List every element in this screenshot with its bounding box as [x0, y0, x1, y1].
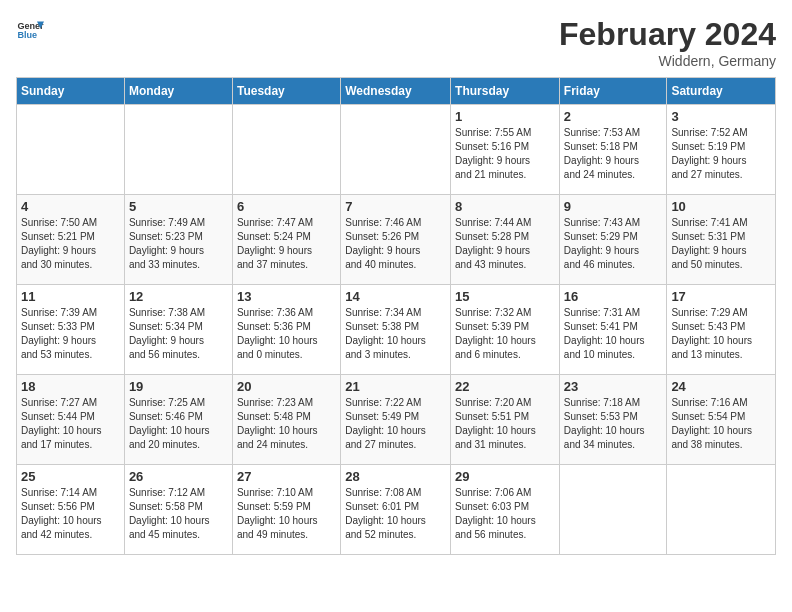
day-number: 17 [671, 289, 771, 304]
day-number: 25 [21, 469, 120, 484]
cell-info: Sunrise: 7:52 AM Sunset: 5:19 PM Dayligh… [671, 126, 771, 182]
calendar-cell: 2Sunrise: 7:53 AM Sunset: 5:18 PM Daylig… [559, 105, 667, 195]
day-header-sunday: Sunday [17, 78, 125, 105]
day-number: 11 [21, 289, 120, 304]
day-number: 28 [345, 469, 446, 484]
day-header-thursday: Thursday [451, 78, 560, 105]
cell-info: Sunrise: 7:39 AM Sunset: 5:33 PM Dayligh… [21, 306, 120, 362]
calendar-cell: 9Sunrise: 7:43 AM Sunset: 5:29 PM Daylig… [559, 195, 667, 285]
cell-info: Sunrise: 7:55 AM Sunset: 5:16 PM Dayligh… [455, 126, 555, 182]
svg-text:Blue: Blue [17, 30, 37, 40]
calendar-cell: 17Sunrise: 7:29 AM Sunset: 5:43 PM Dayli… [667, 285, 776, 375]
calendar-cell: 26Sunrise: 7:12 AM Sunset: 5:58 PM Dayli… [124, 465, 232, 555]
day-number: 13 [237, 289, 336, 304]
cell-info: Sunrise: 7:16 AM Sunset: 5:54 PM Dayligh… [671, 396, 771, 452]
calendar-cell [124, 105, 232, 195]
calendar-cell: 25Sunrise: 7:14 AM Sunset: 5:56 PM Dayli… [17, 465, 125, 555]
title-area: February 2024 Widdern, Germany [559, 16, 776, 69]
calendar-cell: 4Sunrise: 7:50 AM Sunset: 5:21 PM Daylig… [17, 195, 125, 285]
day-number: 24 [671, 379, 771, 394]
calendar-cell [232, 105, 340, 195]
day-number: 8 [455, 199, 555, 214]
cell-info: Sunrise: 7:27 AM Sunset: 5:44 PM Dayligh… [21, 396, 120, 452]
cell-info: Sunrise: 7:47 AM Sunset: 5:24 PM Dayligh… [237, 216, 336, 272]
day-header-wednesday: Wednesday [341, 78, 451, 105]
cell-info: Sunrise: 7:22 AM Sunset: 5:49 PM Dayligh… [345, 396, 446, 452]
calendar-cell: 29Sunrise: 7:06 AM Sunset: 6:03 PM Dayli… [451, 465, 560, 555]
day-number: 16 [564, 289, 663, 304]
cell-info: Sunrise: 7:36 AM Sunset: 5:36 PM Dayligh… [237, 306, 336, 362]
calendar-week-row: 11Sunrise: 7:39 AM Sunset: 5:33 PM Dayli… [17, 285, 776, 375]
calendar-cell: 21Sunrise: 7:22 AM Sunset: 5:49 PM Dayli… [341, 375, 451, 465]
cell-info: Sunrise: 7:29 AM Sunset: 5:43 PM Dayligh… [671, 306, 771, 362]
calendar-cell: 22Sunrise: 7:20 AM Sunset: 5:51 PM Dayli… [451, 375, 560, 465]
cell-info: Sunrise: 7:41 AM Sunset: 5:31 PM Dayligh… [671, 216, 771, 272]
cell-info: Sunrise: 7:38 AM Sunset: 5:34 PM Dayligh… [129, 306, 228, 362]
day-number: 29 [455, 469, 555, 484]
cell-info: Sunrise: 7:49 AM Sunset: 5:23 PM Dayligh… [129, 216, 228, 272]
calendar-cell: 19Sunrise: 7:25 AM Sunset: 5:46 PM Dayli… [124, 375, 232, 465]
month-year-title: February 2024 [559, 16, 776, 53]
calendar-cell: 18Sunrise: 7:27 AM Sunset: 5:44 PM Dayli… [17, 375, 125, 465]
calendar-cell: 24Sunrise: 7:16 AM Sunset: 5:54 PM Dayli… [667, 375, 776, 465]
calendar-cell: 7Sunrise: 7:46 AM Sunset: 5:26 PM Daylig… [341, 195, 451, 285]
day-number: 21 [345, 379, 446, 394]
page-header: General Blue February 2024 Widdern, Germ… [16, 16, 776, 69]
cell-info: Sunrise: 7:25 AM Sunset: 5:46 PM Dayligh… [129, 396, 228, 452]
day-header-tuesday: Tuesday [232, 78, 340, 105]
day-number: 4 [21, 199, 120, 214]
calendar-cell [17, 105, 125, 195]
cell-info: Sunrise: 7:32 AM Sunset: 5:39 PM Dayligh… [455, 306, 555, 362]
day-number: 6 [237, 199, 336, 214]
day-header-saturday: Saturday [667, 78, 776, 105]
cell-info: Sunrise: 7:53 AM Sunset: 5:18 PM Dayligh… [564, 126, 663, 182]
day-number: 10 [671, 199, 771, 214]
day-number: 9 [564, 199, 663, 214]
calendar-cell: 13Sunrise: 7:36 AM Sunset: 5:36 PM Dayli… [232, 285, 340, 375]
cell-info: Sunrise: 7:18 AM Sunset: 5:53 PM Dayligh… [564, 396, 663, 452]
calendar-cell: 8Sunrise: 7:44 AM Sunset: 5:28 PM Daylig… [451, 195, 560, 285]
calendar-week-row: 18Sunrise: 7:27 AM Sunset: 5:44 PM Dayli… [17, 375, 776, 465]
cell-info: Sunrise: 7:12 AM Sunset: 5:58 PM Dayligh… [129, 486, 228, 542]
calendar-cell [667, 465, 776, 555]
cell-info: Sunrise: 7:46 AM Sunset: 5:26 PM Dayligh… [345, 216, 446, 272]
calendar-cell: 16Sunrise: 7:31 AM Sunset: 5:41 PM Dayli… [559, 285, 667, 375]
day-number: 7 [345, 199, 446, 214]
calendar-cell [341, 105, 451, 195]
logo-icon: General Blue [16, 16, 44, 44]
day-number: 1 [455, 109, 555, 124]
logo: General Blue [16, 16, 44, 44]
day-number: 26 [129, 469, 228, 484]
cell-info: Sunrise: 7:43 AM Sunset: 5:29 PM Dayligh… [564, 216, 663, 272]
location-subtitle: Widdern, Germany [559, 53, 776, 69]
cell-info: Sunrise: 7:50 AM Sunset: 5:21 PM Dayligh… [21, 216, 120, 272]
calendar-cell: 12Sunrise: 7:38 AM Sunset: 5:34 PM Dayli… [124, 285, 232, 375]
cell-info: Sunrise: 7:06 AM Sunset: 6:03 PM Dayligh… [455, 486, 555, 542]
calendar-table: SundayMondayTuesdayWednesdayThursdayFrid… [16, 77, 776, 555]
cell-info: Sunrise: 7:10 AM Sunset: 5:59 PM Dayligh… [237, 486, 336, 542]
calendar-cell: 6Sunrise: 7:47 AM Sunset: 5:24 PM Daylig… [232, 195, 340, 285]
cell-info: Sunrise: 7:31 AM Sunset: 5:41 PM Dayligh… [564, 306, 663, 362]
day-number: 27 [237, 469, 336, 484]
day-number: 2 [564, 109, 663, 124]
day-number: 12 [129, 289, 228, 304]
day-number: 3 [671, 109, 771, 124]
calendar-week-row: 1Sunrise: 7:55 AM Sunset: 5:16 PM Daylig… [17, 105, 776, 195]
day-number: 20 [237, 379, 336, 394]
calendar-cell: 10Sunrise: 7:41 AM Sunset: 5:31 PM Dayli… [667, 195, 776, 285]
day-number: 18 [21, 379, 120, 394]
calendar-cell: 11Sunrise: 7:39 AM Sunset: 5:33 PM Dayli… [17, 285, 125, 375]
day-number: 19 [129, 379, 228, 394]
calendar-cell: 5Sunrise: 7:49 AM Sunset: 5:23 PM Daylig… [124, 195, 232, 285]
calendar-cell: 27Sunrise: 7:10 AM Sunset: 5:59 PM Dayli… [232, 465, 340, 555]
cell-info: Sunrise: 7:14 AM Sunset: 5:56 PM Dayligh… [21, 486, 120, 542]
calendar-cell: 15Sunrise: 7:32 AM Sunset: 5:39 PM Dayli… [451, 285, 560, 375]
calendar-cell: 20Sunrise: 7:23 AM Sunset: 5:48 PM Dayli… [232, 375, 340, 465]
calendar-cell [559, 465, 667, 555]
cell-info: Sunrise: 7:20 AM Sunset: 5:51 PM Dayligh… [455, 396, 555, 452]
calendar-cell: 14Sunrise: 7:34 AM Sunset: 5:38 PM Dayli… [341, 285, 451, 375]
day-header-monday: Monday [124, 78, 232, 105]
calendar-cell: 23Sunrise: 7:18 AM Sunset: 5:53 PM Dayli… [559, 375, 667, 465]
calendar-cell: 28Sunrise: 7:08 AM Sunset: 6:01 PM Dayli… [341, 465, 451, 555]
cell-info: Sunrise: 7:44 AM Sunset: 5:28 PM Dayligh… [455, 216, 555, 272]
